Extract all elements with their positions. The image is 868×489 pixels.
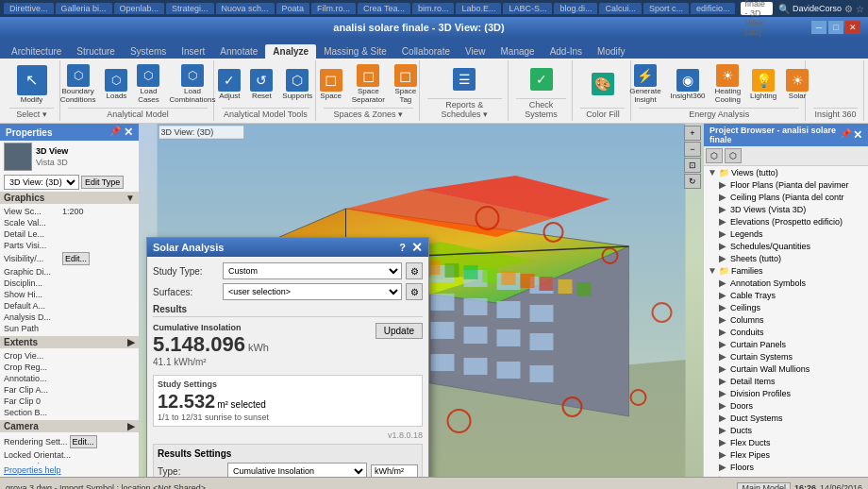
properties-help-link[interactable]: Properties help xyxy=(0,464,139,477)
loads-button[interactable]: ⬡ Loads xyxy=(101,67,131,102)
ribbon-tab-modify[interactable]: Modify xyxy=(590,44,632,59)
surfaces-settings-btn[interactable]: ⚙ xyxy=(406,283,423,300)
ribbon-tab-architecture[interactable]: Architecture xyxy=(4,44,69,59)
ribbon-tab-view[interactable]: View xyxy=(458,44,493,59)
tree-conduits[interactable]: ▶ Conduits xyxy=(704,326,868,338)
pb-tool-btn-2[interactable]: ⬡ xyxy=(725,148,742,163)
heating-cooling-button[interactable]: ☀ HeatingCooling xyxy=(711,62,745,106)
tree-3d-views[interactable]: ▶ 3D Views (Vista 3D) xyxy=(704,203,868,215)
browser-tab-12[interactable]: blog.di... xyxy=(554,3,597,14)
dialog-close-button[interactable]: ✕ xyxy=(411,241,423,254)
unit-input[interactable] xyxy=(371,464,418,477)
ribbon-tab-insert[interactable]: Insert xyxy=(174,44,212,59)
browser-tab-9[interactable]: bim.ro... xyxy=(412,3,455,14)
camera-section[interactable]: Camera▶ xyxy=(0,420,139,432)
reports-button[interactable]: ☰ xyxy=(449,66,479,93)
visibility-edit-btn[interactable]: Edit... xyxy=(62,252,90,265)
ribbon-tab-massing[interactable]: Massing & Site xyxy=(316,44,394,59)
pb-close-icon[interactable]: ✕ xyxy=(853,128,862,142)
ribbon-tab-systems[interactable]: Systems xyxy=(123,44,174,59)
zoom-out-button[interactable]: − xyxy=(684,142,701,157)
tree-floor-plans[interactable]: ▶ Floor Plans (Pianta del pavimer xyxy=(704,178,868,191)
check-systems-button[interactable]: ✓ xyxy=(526,66,557,93)
tree-curtain-panels[interactable]: ▶ Curtain Panels xyxy=(704,338,868,350)
browser-tab-14[interactable]: Sport c... xyxy=(643,3,689,14)
browser-tab-15[interactable]: edificio... xyxy=(691,3,736,14)
tree-sheets[interactable]: ▶ Sheets (tutto) xyxy=(704,252,868,264)
color-fill-button[interactable]: 🎨 xyxy=(588,71,618,97)
load-cases-button[interactable]: ⬡ LoadCases xyxy=(133,62,163,106)
browser-tab-1[interactable]: Direttive... xyxy=(4,3,54,14)
ribbon-tab-structure[interactable]: Structure xyxy=(69,44,123,59)
tree-curtain-systems[interactable]: ▶ Curtain Systems xyxy=(704,350,868,363)
browser-tab-2[interactable]: Galleria bi... xyxy=(56,3,112,14)
edit-type-button[interactable]: Edit Type xyxy=(81,176,124,189)
ribbon-tab-analyze[interactable]: Analyze xyxy=(265,44,316,59)
address-bar[interactable]: analisi solare finale - 3D View: (3D) xyxy=(741,2,773,15)
ribbon-tab-collaborate[interactable]: Collaborate xyxy=(394,44,458,59)
tree-flex-pipes[interactable]: ▶ Flex Pipes xyxy=(704,448,868,461)
tree-ceilings[interactable]: ▶ Ceilings xyxy=(704,301,868,313)
tree-pattern[interactable]: ▶ Pattern xyxy=(704,473,868,477)
study-type-select[interactable]: Custom xyxy=(223,262,402,279)
update-button[interactable]: Update xyxy=(376,323,423,339)
tree-views[interactable]: ▼ 📁 Views (tutto) xyxy=(704,166,868,178)
maximize-button[interactable]: □ xyxy=(828,21,843,34)
tree-ducts[interactable]: ▶ Ducts xyxy=(704,424,868,436)
generate-insight-button[interactable]: ⚡ GenerateInsight xyxy=(626,62,664,106)
tree-cable-trays[interactable]: ▶ Cable Trays xyxy=(704,289,868,301)
surfaces-select[interactable]: <user selection> xyxy=(223,283,402,300)
tree-legends[interactable]: ▶ Legends xyxy=(704,228,868,240)
tree-curtain-mullions[interactable]: ▶ Curtain Wall Mullions xyxy=(704,363,868,375)
tree-elevations[interactable]: ▶ Elevations (Prospetto edificio) xyxy=(704,215,868,228)
extents-section[interactable]: Extents▶ xyxy=(0,336,139,348)
pb-tool-btn-1[interactable]: ⬡ xyxy=(706,148,723,163)
insight360-button[interactable]: ◉ Insight360 xyxy=(667,67,709,102)
rendering-edit-btn[interactable]: Edit... xyxy=(70,435,97,448)
ribbon-tab-addins[interactable]: Add-Ins xyxy=(542,44,590,59)
tree-schedules[interactable]: ▶ Schedules/Quantities xyxy=(704,240,868,252)
browser-tab-5[interactable]: Nuova sch... xyxy=(216,3,275,14)
tree-duct-systems[interactable]: ▶ Duct Systems xyxy=(704,412,868,424)
tree-annotation-symbols[interactable]: ▶ Annotation Symbols xyxy=(704,277,868,289)
type-select[interactable]: Cumulative Insolation xyxy=(227,463,367,477)
properties-pin-icon[interactable]: 📌 xyxy=(109,126,121,139)
tree-division-profiles[interactable]: ▶ Division Profiles xyxy=(704,387,868,399)
browser-tab-10[interactable]: Labo.E... xyxy=(456,3,501,14)
modify-button[interactable]: ↖ Modify xyxy=(13,63,51,106)
pb-pin-icon[interactable]: 📌 xyxy=(840,128,851,142)
supports-button[interactable]: ⬡ Supports xyxy=(278,67,316,102)
lighting-button[interactable]: 💡 Lighting xyxy=(746,67,780,102)
star-icon[interactable]: ☆ xyxy=(856,4,864,14)
browser-tab-7[interactable]: Film.ro... xyxy=(311,3,356,14)
adjust-button[interactable]: ✓ Adjust xyxy=(214,67,244,102)
browser-tab-6[interactable]: Poata xyxy=(276,3,310,14)
load-combinations-button[interactable]: ⬡ LoadCombinations xyxy=(165,62,219,106)
zoom-in-button[interactable]: + xyxy=(684,126,701,141)
tree-doors[interactable]: ▶ Doors xyxy=(704,399,868,412)
close-button[interactable]: ✕ xyxy=(845,21,860,34)
boundary-conditions-button[interactable]: ⬡ BoundaryConditions xyxy=(57,62,100,106)
reset-button[interactable]: ↺ Reset xyxy=(246,67,276,102)
ribbon-tab-manage[interactable]: Manage xyxy=(493,44,542,59)
tree-detail-items[interactable]: ▶ Detail Items xyxy=(704,375,868,387)
graphics-section[interactable]: Graphics▼ xyxy=(0,192,139,204)
view-type-select[interactable]: 3D View: (3D) xyxy=(4,175,79,190)
minimize-button[interactable]: ─ xyxy=(811,21,826,34)
space-button[interactable]: ◻ Space xyxy=(316,67,346,102)
space-separator-button[interactable]: ◻ SpaceSeparator xyxy=(348,62,389,106)
zoom-fit-button[interactable]: ⊡ xyxy=(684,158,701,173)
browser-tab-3[interactable]: Openlab... xyxy=(114,3,165,14)
dialog-help-icon[interactable]: ? xyxy=(399,242,406,253)
tree-columns[interactable]: ▶ Columns xyxy=(704,313,868,326)
browser-tab-4[interactable]: Strategi... xyxy=(166,3,214,14)
properties-close-icon[interactable]: ✕ xyxy=(124,126,133,139)
ribbon-tab-annotate[interactable]: Annotate xyxy=(212,44,265,59)
browser-tab-11[interactable]: LABC-S... xyxy=(503,3,552,14)
study-type-settings-btn[interactable]: ⚙ xyxy=(406,262,423,279)
window-controls[interactable]: ─ □ ✕ xyxy=(811,21,860,34)
space-tag-button[interactable]: ◻ SpaceTag xyxy=(391,62,421,106)
settings-icon[interactable]: ⚙ xyxy=(844,4,853,14)
tree-families[interactable]: ▼ 📁 Families xyxy=(704,264,868,277)
tree-flex-ducts[interactable]: ▶ Flex Ducts xyxy=(704,436,868,448)
